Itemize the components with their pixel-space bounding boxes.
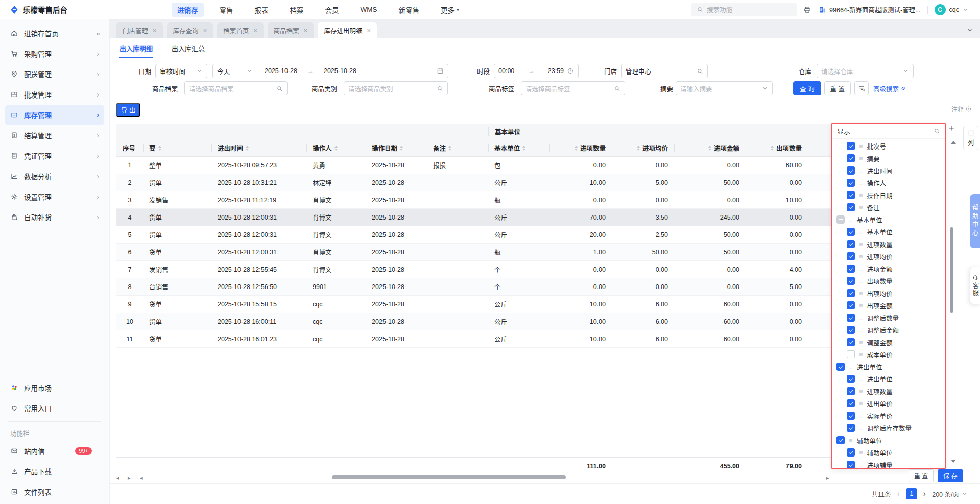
sidebar-item[interactable]: 设置管理› [5, 186, 104, 207]
column-header-out_qty[interactable]: 出项数量 [746, 139, 808, 156]
sort-icon[interactable] [637, 146, 640, 151]
next-page-icon[interactable]: › [923, 489, 926, 498]
sort-icon[interactable] [246, 146, 249, 151]
column-header-in_amt[interactable]: 进项金额 [674, 139, 746, 156]
sort-icon[interactable] [771, 146, 774, 151]
column-toggle-item[interactable]: ≡进项辅量 [832, 459, 945, 468]
sidebar-item[interactable]: 凭证管理› [5, 146, 104, 166]
sort-icon[interactable] [334, 146, 338, 151]
sidebar-item[interactable]: 数据分析› [5, 166, 104, 186]
column-toggle-item[interactable]: ≡进出单价 [832, 397, 945, 410]
drag-handle-icon[interactable]: ≡ [859, 290, 863, 297]
sidebar-item[interactable]: 采购管理› [5, 43, 104, 64]
page-size-select[interactable]: 200 条/页 [932, 489, 968, 499]
sort-icon[interactable] [448, 146, 451, 151]
sort-icon[interactable] [708, 146, 711, 151]
note-link[interactable]: 注释 ? [951, 105, 972, 113]
sidebar-item[interactable]: 库存管理› [5, 105, 104, 125]
table-row[interactable]: 1整单2025-10-28 09:57:23黄勇2025-10-28报损包0.0… [116, 157, 869, 174]
top-menu-item[interactable]: 会员 [320, 3, 345, 17]
table-row[interactable]: 8台销售2025-10-28 12:56:5099012025-10-28个0.… [116, 278, 869, 296]
panel-save-button[interactable]: 保 存 [938, 469, 963, 482]
column-toggle-item[interactable]: ≡备注 [832, 201, 945, 213]
top-menu-item[interactable]: 报表 [249, 3, 274, 17]
time-from-value[interactable]: 00:00 [498, 67, 514, 75]
top-menu-item[interactable]: 零售 [214, 3, 239, 17]
sidebar-item[interactable]: 站内信99+ [5, 441, 104, 461]
drag-handle-icon[interactable]: ≡ [859, 241, 863, 248]
drag-handle-icon[interactable]: ≡ [859, 192, 863, 199]
warehouse-select[interactable]: 请选择仓库 [817, 64, 914, 78]
workspace-tab[interactable]: 库存进出明细× [318, 22, 377, 38]
drag-handle-icon[interactable]: ≡ [859, 462, 863, 468]
top-menu-item[interactable]: 新零售 [393, 3, 425, 17]
summary-select[interactable]: 请输入摘要 [676, 81, 773, 95]
column-header-note[interactable]: 备注 [427, 139, 488, 156]
checkbox[interactable] [847, 375, 855, 383]
date-from-value[interactable]: 2025-10-28 [265, 67, 297, 75]
scroll-right-icon[interactable]: ▸ [128, 474, 131, 482]
subtab[interactable]: 出入库明细 [119, 38, 153, 58]
table-row[interactable]: 10货单2025-10-28 16:00:11cqc2025-10-28公斤-1… [116, 313, 869, 330]
table-row[interactable]: 6货单2025-10-28 12:00:31肖博文2025-10-28瓶1.00… [116, 244, 869, 261]
drag-handle-icon[interactable]: ≡ [859, 167, 863, 174]
sidebar-item[interactable]: $结算管理› [5, 125, 104, 146]
sidebar-item[interactable]: 进销存首页« [5, 23, 104, 43]
drag-handle-icon[interactable]: ≡ [859, 155, 863, 162]
scroll-up-icon[interactable] [951, 141, 956, 144]
drag-handle-icon[interactable]: ≡ [859, 180, 863, 186]
date-to-value[interactable]: 2025-10-28 [324, 67, 356, 75]
drag-handle-icon[interactable]: ≡ [859, 278, 863, 284]
close-tab-icon[interactable]: × [153, 27, 157, 34]
advanced-search-link[interactable]: 高级搜索 [873, 84, 906, 93]
checkbox[interactable] [847, 191, 855, 199]
checkbox[interactable] [847, 448, 855, 457]
checkbox[interactable] [847, 399, 855, 407]
column-toggle-item[interactable]: ≡实际单价 [832, 410, 945, 422]
column-toggle-item[interactable]: ≡进出单位 [832, 361, 945, 373]
column-toggle-item[interactable]: ≡出项金额 [832, 299, 945, 311]
checkbox[interactable] [847, 154, 855, 162]
checkbox[interactable] [847, 387, 855, 395]
checkbox[interactable] [847, 277, 855, 285]
scroll-left-icon[interactable]: ◂ [116, 474, 119, 482]
sidebar-item[interactable]: 产品下载 [5, 461, 104, 482]
checkbox[interactable] [836, 215, 845, 224]
column-toggle-item[interactable]: ≡出项均价 [832, 287, 945, 299]
checkbox[interactable] [847, 289, 855, 297]
checkbox[interactable] [847, 326, 855, 334]
tag-select[interactable]: 请选择商品标签 [521, 81, 625, 95]
drag-handle-icon[interactable]: ≡ [859, 400, 863, 407]
column-toggle-item[interactable]: ≡调整后数量 [832, 311, 945, 324]
date-type-select[interactable]: 审核时间 [155, 64, 207, 78]
column-header-time[interactable]: 进出时间 [211, 139, 306, 156]
checkbox[interactable] [847, 142, 855, 150]
table-row[interactable]: 7发销售2025-10-28 12:55:45肖博文2025-10-28个0.0… [116, 261, 869, 278]
close-tab-icon[interactable]: × [253, 27, 257, 34]
sort-icon[interactable] [400, 146, 403, 151]
drag-handle-icon[interactable]: ≡ [859, 302, 863, 309]
print-icon[interactable] [803, 6, 811, 14]
checkbox[interactable] [847, 166, 855, 175]
table-row[interactable]: 2货单2025-10-28 10:31:21林定坤2025-10-28公斤10.… [116, 174, 869, 191]
sort-icon[interactable] [158, 146, 161, 151]
scroll-left-icon[interactable]: ◂ [140, 474, 143, 482]
search-button[interactable]: 查 询 [793, 81, 821, 95]
drag-handle-icon[interactable]: ≡ [859, 425, 863, 431]
table-row[interactable]: 5货单2025-10-28 12:00:31肖博文2025-10-28公斤20.… [116, 226, 869, 244]
sort-icon[interactable] [522, 146, 525, 151]
column-toggle-item[interactable]: ≡辅助单位 [832, 446, 945, 459]
column-toggle-item[interactable]: ≡调整后金额 [832, 324, 945, 336]
tenant-switcher[interactable]: 99664-新界面商超版测试-管理... [818, 5, 921, 14]
checkbox[interactable] [847, 338, 855, 346]
customer-service-tab[interactable]: 客服 [970, 267, 980, 304]
column-config-button[interactable]: 列 [963, 126, 978, 150]
workspace-tab[interactable]: 库存查询× [167, 22, 213, 38]
sidebar-item[interactable]: 批发管理› [5, 84, 104, 105]
saved-filter-button[interactable]: a [854, 81, 869, 95]
column-toggle-item[interactable]: ≡操作人 [832, 177, 945, 189]
checkbox[interactable] [847, 252, 855, 260]
column-toggle-item[interactable]: ≡调整金额 [832, 336, 945, 348]
column-toggle-item[interactable]: ≡进项金额 [832, 262, 945, 275]
checkbox[interactable] [847, 314, 855, 322]
